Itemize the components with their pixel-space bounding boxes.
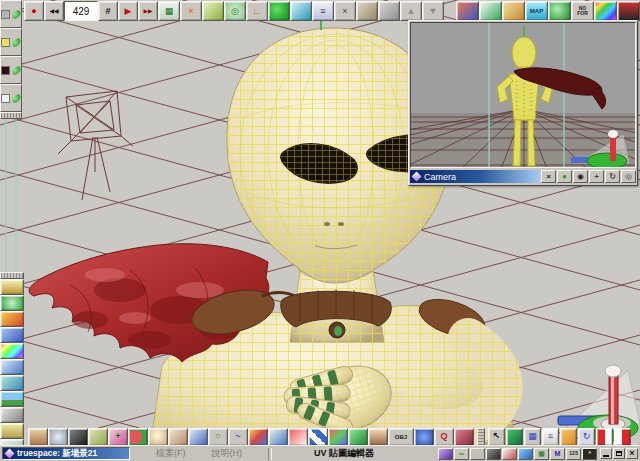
- paintbrush-button[interactable]: [268, 428, 288, 446]
- inspect-material-button[interactable]: [502, 1, 525, 21]
- paint-face-button[interactable]: [456, 1, 479, 21]
- camera-viewport-window[interactable]: Camera × ●◉+↻◎: [408, 20, 638, 186]
- avatar-q-button[interactable]: Q: [434, 428, 454, 446]
- atom-spheres-button[interactable]: [414, 428, 434, 446]
- material-spheres-warm-button[interactable]: [0, 311, 24, 327]
- file-drawer-button[interactable]: [0, 423, 24, 439]
- egg-primitive-button[interactable]: [148, 428, 168, 446]
- taskbar-menu-0[interactable]: 檔案(F): [156, 447, 186, 460]
- boolean-torus-button[interactable]: [128, 428, 148, 446]
- light-tool-button[interactable]: [0, 279, 24, 295]
- record-button[interactable]: ●: [24, 1, 44, 21]
- glue-tool-button[interactable]: ×: [334, 1, 356, 21]
- uv-projection-cycle-button[interactable]: ↻: [578, 428, 595, 446]
- sweep-plane-button[interactable]: [202, 1, 224, 21]
- render-style-textured-button[interactable]: [0, 84, 22, 112]
- look-at-target-button[interactable]: ◎: [224, 1, 246, 21]
- render-swirl-button[interactable]: [548, 1, 571, 21]
- material-spheres-cool-button[interactable]: [0, 327, 24, 343]
- utilities-button[interactable]: [0, 407, 24, 423]
- fast-forward-button[interactable]: ▶▶: [138, 1, 158, 21]
- tray-material-icon[interactable]: [438, 448, 453, 460]
- tray-image-icon[interactable]: [502, 448, 517, 460]
- scene-info-button[interactable]: ≡: [312, 1, 334, 21]
- close-button[interactable]: ×: [626, 448, 638, 459]
- tray-glasses-icon[interactable]: ∞: [454, 448, 469, 460]
- go-to-start-button[interactable]: ◀◀: [44, 1, 64, 21]
- texture-swatch-button[interactable]: [454, 428, 474, 446]
- render-view-button[interactable]: ●: [557, 170, 572, 183]
- keyframe-editor-button-glyph: ▦: [165, 7, 174, 16]
- left-toolbar-drag-handle[interactable]: [0, 272, 24, 279]
- notes-document-button[interactable]: ≡: [542, 428, 559, 446]
- wave-deform-button[interactable]: ~: [228, 428, 248, 446]
- render-style-wireframe-button[interactable]: [0, 0, 22, 28]
- bend-corner-button[interactable]: ∟: [246, 1, 268, 21]
- grid-snap-button[interactable]: ▦: [524, 428, 541, 446]
- color-gradient-panel-button[interactable]: [0, 343, 24, 359]
- box-3d-button[interactable]: [506, 428, 523, 446]
- flag-tool-b-button[interactable]: [614, 428, 631, 446]
- frame-counter-field[interactable]: 429: [64, 1, 98, 21]
- keyframe-editor-button[interactable]: ▦: [158, 1, 180, 21]
- flag-tool-a-button[interactable]: [596, 428, 613, 446]
- tray-table-icon[interactable]: ▦: [534, 448, 549, 460]
- orbit-view-button[interactable]: ↻: [605, 170, 620, 183]
- taskbar-menu-1[interactable]: 說明(H): [212, 447, 243, 460]
- tray-m-icon[interactable]: M: [550, 448, 565, 460]
- obj-export-button[interactable]: OBJ: [388, 428, 414, 446]
- sculpt-body-button[interactable]: [28, 428, 48, 446]
- render-camera-button[interactable]: [68, 428, 88, 446]
- outline-shape-button[interactable]: ○: [208, 428, 228, 446]
- select-cursor-button[interactable]: ↖: [488, 428, 505, 446]
- prism-primitive-button[interactable]: [290, 1, 312, 21]
- camera-viewport[interactable]: [410, 22, 636, 168]
- spin-hand-button[interactable]: [378, 1, 400, 21]
- render-style-flat-button[interactable]: [0, 28, 22, 56]
- paint-palette-button[interactable]: [248, 428, 268, 446]
- move-down-hierarchy-button[interactable]: ▼: [422, 1, 444, 21]
- metaballs-add-button[interactable]: +: [108, 428, 128, 446]
- material-clamp-button[interactable]: [617, 1, 640, 21]
- skeleton-hand-button[interactable]: [168, 428, 188, 446]
- checker-ball-button[interactable]: [308, 428, 328, 446]
- axes-widget-button[interactable]: [328, 428, 348, 446]
- tray-blank-icon[interactable]: [470, 448, 485, 460]
- disc-primitive-button[interactable]: [48, 428, 68, 446]
- background-image-button[interactable]: [0, 391, 24, 407]
- tray-hazard-icon[interactable]: *: [582, 448, 597, 460]
- dice-texture-button[interactable]: [288, 428, 308, 446]
- spline-tool-button[interactable]: [0, 295, 24, 311]
- terrain-object-button[interactable]: [88, 428, 108, 446]
- actor-face-button[interactable]: [368, 428, 388, 446]
- eye-navigation-button[interactable]: ◉: [573, 170, 588, 183]
- tray-hazard-icon-glyph: *: [588, 450, 591, 457]
- move-up-hierarchy-button[interactable]: ▲: [400, 1, 422, 21]
- camera-window-close-button[interactable]: ×: [541, 170, 556, 183]
- restore-button[interactable]: [613, 448, 625, 459]
- minimize-button[interactable]: [600, 448, 612, 459]
- no-foreshortening-button[interactable]: NO FOR: [571, 1, 594, 21]
- zoom-view-button[interactable]: ◎: [621, 170, 636, 183]
- copy-boxes-button[interactable]: [560, 428, 577, 446]
- camera-window-titlebar[interactable]: Camera: [410, 170, 540, 183]
- pan-view-button[interactable]: +: [589, 170, 604, 183]
- tray-camera-icon[interactable]: [486, 448, 501, 460]
- sphere-primitive-button[interactable]: [0, 375, 24, 391]
- deform-object-button[interactable]: ×: [180, 1, 202, 21]
- palette-drag-handle[interactable]: [0, 112, 22, 119]
- color-gradient-button[interactable]: [594, 1, 617, 21]
- taskbar-app-button[interactable]: truespace: 新場景21: [2, 447, 130, 460]
- grab-hand-button[interactable]: [356, 1, 378, 21]
- play-button[interactable]: ▶: [118, 1, 138, 21]
- material-curves-button[interactable]: [479, 1, 502, 21]
- uv-draw-pencil-button[interactable]: [188, 428, 208, 446]
- tray-map-icon[interactable]: [518, 448, 533, 460]
- jump-to-frame-button[interactable]: #: [98, 1, 118, 21]
- render-style-smooth-button[interactable]: [0, 56, 22, 84]
- primitives-box-button[interactable]: [348, 428, 368, 446]
- ring-primitive-button[interactable]: [0, 359, 24, 375]
- uv-map-button[interactable]: MAP: [525, 1, 548, 21]
- polygon-draw-button[interactable]: [268, 1, 290, 21]
- tray-frames-icon[interactable]: 123: [566, 448, 581, 460]
